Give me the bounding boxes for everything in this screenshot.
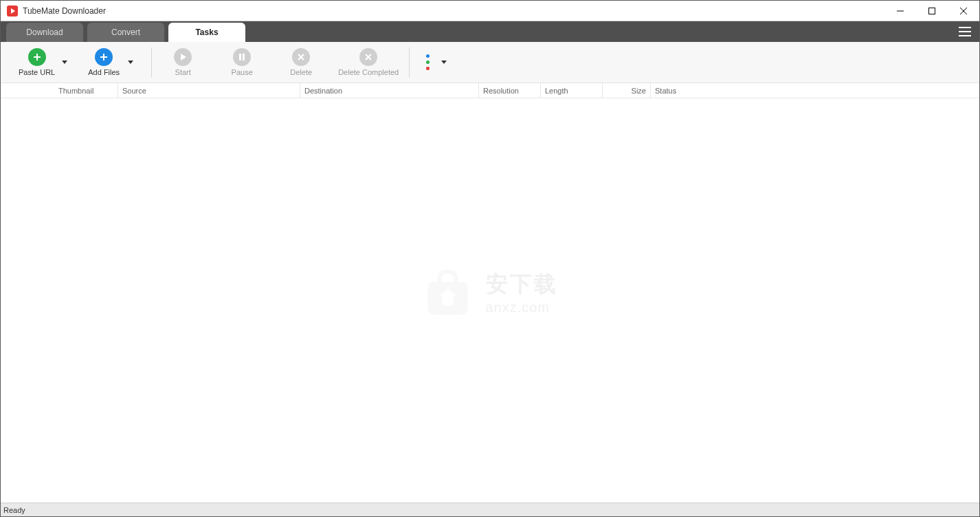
delete-completed-button[interactable]: Delete Completed [331, 43, 406, 82]
options-button[interactable] [419, 43, 438, 82]
pause-button[interactable]: Pause [221, 43, 263, 82]
toolbar-separator [409, 47, 410, 78]
paste-url-label: Paste URL [19, 68, 55, 76]
minimize-button[interactable] [884, 1, 916, 21]
add-files-button[interactable]: Add Files [82, 43, 125, 82]
delete-label: Delete [290, 68, 312, 76]
plus-icon [28, 48, 46, 66]
toolbar-separator [151, 47, 152, 78]
column-length[interactable]: Length [540, 83, 602, 98]
tab-strip: Download Convert Tasks [1, 21, 979, 42]
column-source[interactable]: Source [118, 83, 300, 98]
title-bar: TubeMate Downloader [1, 1, 979, 21]
column-checkbox[interactable] [1, 83, 28, 98]
plus-icon [95, 48, 113, 66]
options-dropdown[interactable] [438, 43, 449, 82]
menu-button[interactable] [955, 21, 975, 42]
tab-tasks[interactable]: Tasks [168, 23, 245, 42]
column-status[interactable]: Status [650, 83, 781, 98]
toolbar: Paste URL Add Files Start [1, 42, 979, 83]
delete-icon [292, 48, 310, 66]
close-button[interactable] [948, 1, 979, 21]
app-window: TubeMate Downloader Download Convert Tas… [0, 0, 980, 517]
add-files-dropdown[interactable] [125, 43, 136, 82]
window-title: TubeMate Downloader [23, 6, 106, 16]
watermark-text-cn: 安下载 [486, 270, 558, 300]
column-size[interactable]: Size [602, 83, 650, 98]
column-destination[interactable]: Destination [300, 83, 478, 98]
play-icon [174, 48, 192, 66]
column-resolution[interactable]: Resolution [478, 83, 540, 98]
pause-icon [233, 48, 251, 66]
traffic-dots-icon [426, 54, 432, 70]
delete-button[interactable]: Delete [280, 43, 322, 82]
column-thumbnail[interactable]: Thumbnail [28, 83, 118, 98]
maximize-button[interactable] [916, 1, 948, 21]
add-files-label: Add Files [88, 68, 120, 76]
svg-rect-13 [243, 54, 245, 60]
svg-rect-2 [929, 8, 935, 14]
delete-completed-label: Delete Completed [338, 68, 399, 76]
task-list-area: 安下载 anxz.com [1, 98, 979, 503]
paste-url-dropdown[interactable] [59, 43, 70, 82]
status-text: Ready [3, 506, 25, 514]
watermark: 安下载 anxz.com [423, 268, 558, 316]
delete-completed-icon [359, 48, 377, 66]
start-label: Start [175, 68, 191, 76]
column-header-row: Thumbnail Source Destination Resolution … [1, 83, 979, 98]
tab-convert[interactable]: Convert [87, 23, 164, 42]
svg-rect-12 [239, 54, 241, 60]
paste-url-button[interactable]: Paste URL [14, 43, 59, 82]
status-bar: Ready [1, 503, 979, 516]
pause-label: Pause [232, 68, 253, 76]
watermark-text-en: anxz.com [486, 300, 558, 316]
tab-download[interactable]: Download [6, 23, 83, 42]
app-icon [6, 5, 19, 17]
start-button[interactable]: Start [162, 43, 204, 82]
